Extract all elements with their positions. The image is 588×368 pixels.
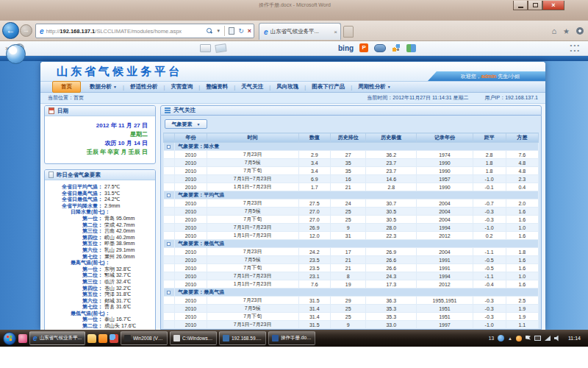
tray-app-icon[interactable] xyxy=(516,336,522,342)
table-row: 20107月1日~7月23日23.1824.31994-1.11.0 xyxy=(164,272,539,280)
column-header: 距平 xyxy=(473,133,506,143)
column-header: 历史极值 xyxy=(366,133,417,143)
minimize-button[interactable] xyxy=(513,1,528,10)
bing-app-icon[interactable]: P xyxy=(359,43,368,52)
taskbar-clock[interactable]: 11:14 xyxy=(564,336,585,341)
action-center-flag-icon[interactable] xyxy=(526,336,531,342)
section-icon xyxy=(165,107,171,113)
column-header: 数值 xyxy=(298,133,330,143)
yesterday-body: 全省日平均气温：27.5℃全省日最高气温：31.5℃全省日最低气温：24.2℃全… xyxy=(45,180,155,330)
nav-item-4[interactable]: 灾害查询 xyxy=(165,82,198,91)
refresh-icon[interactable]: ↻ xyxy=(238,27,244,35)
pinned-app-icon[interactable] xyxy=(18,334,27,343)
tray-blue-icon[interactable] xyxy=(498,335,504,342)
table-row: 20107月1日~7月23日26.9928.01994-1.01.0 xyxy=(164,224,539,232)
network-icon[interactable] xyxy=(545,336,551,341)
toolbar-widget-icon-1[interactable] xyxy=(374,44,386,52)
task-app-icon xyxy=(272,335,279,342)
page-viewport: 山东省气候业务平台 欢迎您，admin 先生/小姐 首页数据分析▼|舒适性分析|… xyxy=(0,56,588,330)
element-filter-button[interactable]: 气象要素▼ xyxy=(165,119,207,129)
explorer-folder-icon[interactable] xyxy=(87,334,96,343)
toolbar-widget-icon-3[interactable] xyxy=(406,44,416,52)
tab-title: 山东省气候业务平... xyxy=(270,28,333,35)
taskbar: e 山东省气候业务平... Win2008 (VS2...C:\Windows\… xyxy=(0,330,588,347)
nav-item-1[interactable]: 首页 xyxy=(52,81,81,93)
address-bar[interactable]: e http://192.168.137.1/SLCCLIMATE/module… xyxy=(35,24,254,38)
table-row: 20107月23日2.92736.219742.87.6 xyxy=(164,151,539,159)
group-checkbox[interactable] xyxy=(167,145,171,149)
page-title: 山东省气候业务平台 xyxy=(57,65,182,79)
back-button[interactable]: ← xyxy=(2,22,19,39)
nav-item-6[interactable]: 天气关注 xyxy=(235,82,269,91)
chevron-down-icon: ▼ xyxy=(113,85,117,89)
breadcrumb: 当前位置：首页 xyxy=(48,94,84,102)
tab-close-icon[interactable]: × xyxy=(334,29,337,35)
speaker-icon[interactable] xyxy=(554,336,560,342)
rank-row: 第七位：曹县 31.6℃ xyxy=(47,304,153,311)
tray-expand-icon[interactable]: ▲ xyxy=(508,336,512,341)
table-row: 20107月1日~7月23日31.5933.01997-1.01.1 xyxy=(164,321,539,329)
rank-section-title: 最高气温(前七)： xyxy=(47,260,153,266)
task-button-3[interactable]: 192.168.59.99... xyxy=(219,331,266,345)
weather-table: 年份时间数值历史排位历史极值记录年份距平方差 气象要素：降水量20107月23日… xyxy=(163,132,539,330)
browser-tab[interactable]: e 山东省气候业务平... × xyxy=(259,23,341,40)
table-row: 20107月23日31.52936.31955,1951-0.32.5 xyxy=(164,297,539,305)
group-checkbox[interactable] xyxy=(167,291,171,294)
pinned-app-icon-3[interactable] xyxy=(110,334,118,343)
search-icon[interactable] xyxy=(207,28,212,34)
url-text[interactable]: http://192.168.137.1/SLCCLIMATE/modules/… xyxy=(46,28,205,35)
task-app-icon xyxy=(223,335,229,342)
pinned-app-icon-2[interactable] xyxy=(98,334,107,343)
tools-gear-icon[interactable] xyxy=(576,27,584,35)
bing-logo[interactable]: bing xyxy=(338,44,354,52)
task-button-4[interactable]: 操作手册.docx ... xyxy=(268,331,315,345)
table-row: 20107月5候31.42535.31951-0.31.9 xyxy=(164,305,539,313)
rank-row: 第四位：苍山 32.2℃ xyxy=(47,286,153,292)
start-button[interactable] xyxy=(3,332,16,345)
compatibility-view-icon[interactable] xyxy=(229,27,234,35)
new-tab-button[interactable] xyxy=(343,26,354,38)
nav-item-3[interactable]: 舒适性分析 xyxy=(124,82,164,91)
nav-item-5[interactable]: 整编资料 xyxy=(200,82,234,91)
calendar-icon xyxy=(49,107,54,114)
ie-task-button[interactable]: e 山东省气候业务平... xyxy=(29,331,85,345)
toolbar-overflow-icon[interactable]: •••••• xyxy=(570,43,581,53)
favorites-star-icon[interactable]: ★ xyxy=(563,27,570,35)
ie-favicon-icon: e xyxy=(40,27,44,35)
main-panel-title: 天气关注 xyxy=(173,107,196,114)
task-button-2[interactable]: C:\Windows\s... xyxy=(170,331,217,345)
calendar-body: 2012 年 11 月 27 日星期二农历 10 月 14 日壬辰 年 辛亥 月… xyxy=(45,116,155,163)
maximize-button[interactable] xyxy=(528,1,542,10)
table-row: 20107月下旬27.02530.52004-0.31.6 xyxy=(164,216,539,224)
group-checkbox[interactable] xyxy=(167,194,171,197)
column-header: 方差 xyxy=(506,133,538,143)
toolbar-widget-icon-2[interactable] xyxy=(392,43,401,52)
rank-row: 第三位：临沂 32.4℃ xyxy=(47,279,153,286)
rank-section-title: 最低气温(前七)： xyxy=(47,311,153,317)
toolbar-image-icon-1[interactable] xyxy=(200,44,211,52)
stop-icon[interactable]: × xyxy=(248,27,251,35)
address-dropdown-icon[interactable]: ▼ xyxy=(216,29,220,33)
page-top-strip xyxy=(0,56,588,61)
nav-item-2[interactable]: 数据分析▼ xyxy=(84,82,123,91)
site-logo xyxy=(6,44,26,64)
close-button[interactable]: × xyxy=(542,1,564,10)
table-row: 20107月23日27.52430.72004-0.72.0 xyxy=(164,199,539,208)
nav-item-7[interactable]: 风向玫瑰 xyxy=(270,82,304,91)
rank-row: 第二位：郓城 32.7℃ xyxy=(47,272,153,279)
task-button-1[interactable]: Win2008 (VS2... xyxy=(121,331,168,345)
display-icon[interactable] xyxy=(534,336,541,341)
task-app-icon xyxy=(173,335,180,342)
toolbar-image-icon-2[interactable] xyxy=(215,43,226,53)
system-tray: 13 ▲ 11:14 xyxy=(489,335,585,342)
forward-button[interactable]: → xyxy=(20,24,32,37)
home-icon[interactable]: ⌂ xyxy=(551,26,556,35)
nav-item-8[interactable]: 图表下行产品 xyxy=(306,82,351,91)
table-row: 20107月5候23.52126.61991-0.51.6 xyxy=(164,256,539,264)
report-icon xyxy=(49,171,54,178)
rank-row: 第七位：莱州 26.0mm xyxy=(47,254,153,261)
table-row: 20101月1日~7月23日1.7212.81990-0.10.4 xyxy=(164,183,539,191)
rank-row: 第三位：莒南 42.0mm xyxy=(47,228,153,235)
nav-item-9[interactable]: 周期性分析▼ xyxy=(352,82,396,91)
group-checkbox[interactable] xyxy=(167,242,171,246)
